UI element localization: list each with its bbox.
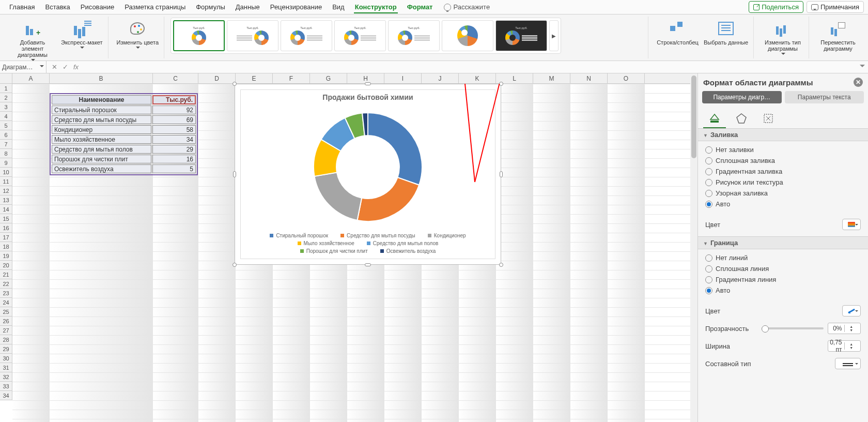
opacity-slider[interactable] [762, 327, 824, 329]
column-header[interactable]: O [608, 73, 645, 83]
row-header[interactable]: 28 [0, 335, 12, 344]
border-radio-option[interactable]: Авто [705, 285, 861, 296]
donut-slice[interactable] [315, 172, 362, 220]
fill-section-header[interactable]: Заливка [698, 128, 868, 141]
row-header[interactable]: 19 [0, 251, 12, 261]
row-header[interactable]: 16 [0, 223, 12, 233]
table-cell[interactable]: 29 [152, 145, 196, 154]
table-cell[interactable]: 92 [152, 106, 196, 114]
row-header[interactable]: 4 [0, 112, 12, 121]
row-header[interactable]: 32 [0, 372, 12, 382]
row-header[interactable]: 18 [0, 242, 12, 251]
row-header[interactable]: 2 [0, 93, 12, 102]
column-header[interactable]: C [153, 73, 198, 83]
tab-insert[interactable]: Вставка [40, 1, 75, 13]
table-cell[interactable]: 16 [152, 155, 196, 163]
row-header[interactable]: 33 [0, 382, 12, 391]
resize-handle[interactable] [499, 82, 503, 86]
tab-design[interactable]: Конструктор [350, 1, 402, 13]
chart-style-4[interactable]: Тыс.руб. [334, 20, 386, 51]
vertical-scrollbar[interactable] [690, 73, 698, 422]
row-header[interactable]: 34 [0, 391, 12, 400]
width-input[interactable]: 0,75 пт▲▼ [828, 340, 861, 352]
pane-tab-text-params[interactable]: Параметры текста [785, 91, 864, 103]
row-header[interactable]: 7 [0, 140, 12, 149]
formula-input[interactable] [84, 61, 858, 73]
table-cell[interactable]: Средство для мытья посуды [52, 115, 151, 124]
table-cell[interactable]: Мыло хозяйственное [52, 135, 151, 144]
row-header[interactable]: 10 [0, 168, 12, 177]
tab-formulas[interactable]: Формулы [191, 1, 230, 13]
row-header[interactable]: 23 [0, 289, 12, 298]
row-header[interactable]: 11 [0, 177, 12, 186]
gallery-next-button[interactable]: ▶ [549, 20, 559, 51]
chart-style-3[interactable]: Тыс.руб. [281, 20, 332, 51]
move-chart-button[interactable]: Переместить диаграмму [815, 18, 861, 53]
legend-item[interactable]: Освежитель воздуха [380, 248, 436, 254]
pane-effects-icon[interactable] [730, 110, 753, 128]
donut-chart[interactable] [308, 108, 427, 227]
border-radio-option[interactable]: Сплошная линия [705, 263, 861, 274]
column-header[interactable]: E [236, 73, 273, 83]
change-colors-button[interactable]: Изменить цвета [115, 18, 161, 52]
fill-radio-option[interactable]: Авто [705, 199, 861, 209]
compound-type-button[interactable] [835, 358, 861, 369]
row-header[interactable]: 22 [0, 279, 12, 289]
column-header[interactable]: N [570, 73, 608, 83]
fill-radio-option[interactable]: Сплошная заливка [705, 155, 861, 166]
close-pane-button[interactable]: ✕ [854, 78, 863, 87]
tab-review[interactable]: Рецензирование [265, 1, 327, 13]
chart-style-1[interactable]: Тыс.руб. [173, 20, 225, 51]
border-color-button[interactable] [842, 305, 861, 317]
column-header[interactable]: B [50, 73, 153, 83]
row-header[interactable]: 8 [0, 149, 12, 158]
opacity-input[interactable]: 0%▲▼ [828, 323, 861, 334]
fill-radio-option[interactable]: Градиентная заливка [705, 166, 861, 177]
chart-style-5[interactable]: Тыс.руб. [388, 20, 440, 51]
resize-handle[interactable] [500, 171, 503, 177]
column-header[interactable]: M [533, 73, 570, 83]
row-header[interactable]: 1 [0, 84, 12, 93]
resize-handle[interactable] [365, 263, 371, 266]
quick-layout-button[interactable]: Экспресс-макет [59, 18, 105, 52]
fx-icon[interactable]: fx [73, 63, 79, 71]
chart-legend[interactable]: Стиральный порошокСредство для мытья пос… [241, 230, 495, 257]
select-data-button[interactable]: Выбрать данные [702, 18, 750, 47]
comments-button[interactable]: Примечания [807, 1, 864, 13]
column-header[interactable]: G [310, 73, 347, 83]
table-cell[interactable]: 58 [152, 125, 196, 134]
fill-radio-option[interactable]: Рисунок или текстура [705, 177, 861, 188]
data-table[interactable]: Наименование Тыс.руб. Стиральный порошок… [50, 93, 198, 175]
resize-handle[interactable] [365, 82, 371, 85]
select-all-corner[interactable] [0, 73, 12, 83]
table-cell[interactable]: Порошок для чистки плит [52, 155, 151, 163]
legend-item[interactable]: Порошок для чистки плит [300, 248, 368, 254]
row-header[interactable]: 17 [0, 233, 12, 242]
table-cell[interactable]: Стиральный порошок [52, 106, 151, 114]
row-header[interactable]: 9 [0, 158, 12, 168]
legend-item[interactable]: Средство для мытья полов [367, 240, 439, 246]
row-header[interactable]: 14 [0, 205, 12, 214]
legend-item[interactable]: Мыло хозяйственное [298, 240, 354, 246]
row-header[interactable]: 24 [0, 298, 12, 307]
legend-item[interactable]: Средство для мытья посуды [340, 233, 415, 238]
table-cell[interactable]: Средство для мытья полов [52, 145, 151, 154]
chart-style-6[interactable] [442, 20, 493, 51]
cancel-icon[interactable]: ✕ [52, 63, 57, 71]
formula-expand-button[interactable] [858, 61, 868, 73]
tab-page-layout[interactable]: Разметка страницы [119, 1, 191, 13]
worksheet-area[interactable]: ABCDEFGHIJKLMNO 123456789101112131415161… [0, 73, 698, 422]
accept-icon[interactable]: ✓ [63, 63, 68, 71]
column-header[interactable]: J [422, 73, 459, 83]
change-chart-type-button[interactable]: Изменить тип диаграммы [760, 18, 805, 58]
fill-color-button[interactable] [842, 219, 861, 230]
table-cell[interactable]: 34 [152, 135, 196, 144]
table-cell[interactable]: Кондиционер [52, 125, 151, 134]
row-header[interactable]: 20 [0, 261, 12, 270]
row-header[interactable]: 21 [0, 270, 12, 279]
column-header[interactable]: D [198, 73, 236, 83]
row-header[interactable]: 29 [0, 344, 12, 354]
row-header[interactable]: 25 [0, 307, 12, 317]
column-header[interactable]: F [273, 73, 310, 83]
pane-size-icon[interactable] [757, 110, 780, 128]
